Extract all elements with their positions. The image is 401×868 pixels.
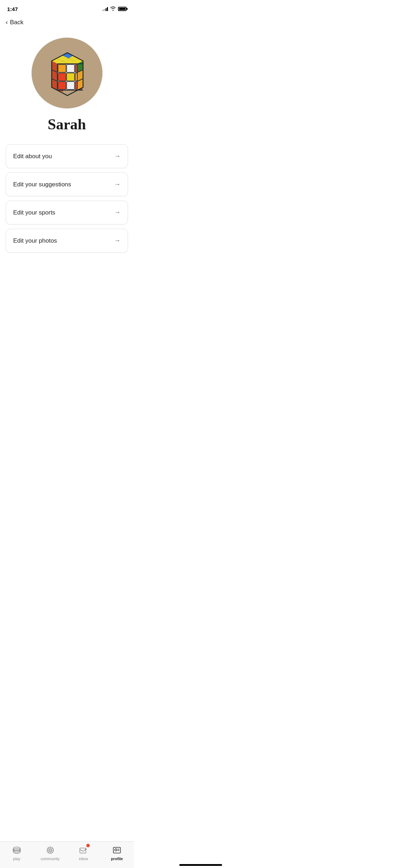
edit-sports-label: Edit your sports	[13, 209, 55, 216]
edit-sports-button[interactable]: Edit your sports →	[6, 201, 128, 224]
svg-rect-30	[58, 73, 66, 81]
arrow-right-icon: →	[114, 181, 120, 188]
svg-rect-33	[58, 82, 66, 89]
user-name: Sarah	[48, 116, 86, 133]
edit-suggestions-button[interactable]: Edit your suggestions →	[6, 172, 128, 196]
back-label: Back	[10, 19, 24, 26]
arrow-right-icon: →	[114, 153, 120, 160]
svg-rect-28	[67, 64, 74, 72]
wifi-icon	[110, 6, 116, 12]
edit-suggestions-label: Edit your suggestions	[13, 181, 71, 188]
status-time: 1:47	[7, 6, 18, 12]
svg-rect-27	[58, 64, 66, 72]
edit-about-button[interactable]: Edit about you →	[6, 144, 128, 168]
edit-photos-label: Edit your photos	[13, 237, 57, 244]
status-icons	[102, 6, 127, 12]
edit-about-label: Edit about you	[13, 153, 52, 160]
svg-rect-34	[67, 82, 74, 89]
back-arrow-icon: ‹	[6, 19, 8, 26]
arrow-right-icon: →	[114, 209, 120, 216]
profile-section: Sarah	[0, 32, 134, 144]
signal-icon	[102, 7, 108, 11]
menu-section: Edit about you → Edit your suggestions →…	[0, 144, 134, 253]
edit-photos-button[interactable]: Edit your photos →	[6, 229, 128, 253]
back-button[interactable]: ‹ Back	[0, 16, 134, 32]
svg-rect-31	[67, 73, 74, 81]
status-bar: 1:47	[0, 0, 134, 16]
avatar	[31, 37, 103, 109]
arrow-right-icon: →	[114, 237, 120, 244]
battery-icon	[118, 7, 127, 11]
